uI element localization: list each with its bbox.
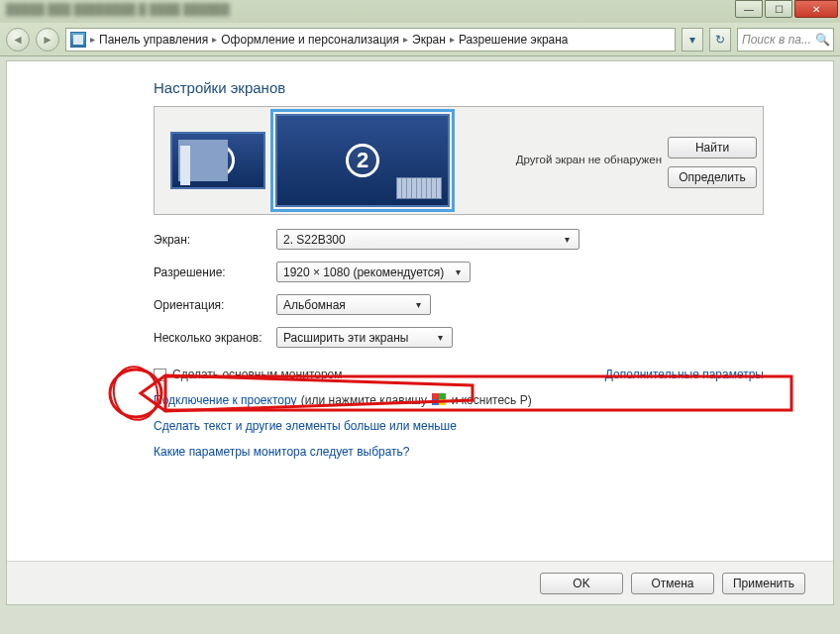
crumb-sep: ▸ <box>403 34 408 45</box>
forward-button[interactable]: ► <box>36 28 59 52</box>
text-size-link[interactable]: Сделать текст и другие элементы больше и… <box>154 419 457 433</box>
history-dropdown-button[interactable]: ▾ <box>682 28 703 52</box>
make-primary-label: Сделать основным монитором <box>172 368 343 381</box>
projector-hint-b: и коснитесь P) <box>448 393 531 407</box>
multiple-displays-value: Расширить эти экраны <box>283 331 408 345</box>
resolution-label: Разрешение: <box>154 265 276 279</box>
chevron-down-icon: ▾ <box>432 329 448 346</box>
chevron-down-icon: ▾ <box>559 231 575 248</box>
orientation-label: Ориентация: <box>154 298 276 312</box>
close-button[interactable]: ✕ <box>794 0 838 18</box>
make-primary-checkbox[interactable] <box>154 369 166 381</box>
chevron-down-icon: ▾ <box>410 296 426 313</box>
crumb-control-panel[interactable]: Панель управления <box>99 33 208 47</box>
crumb-sep: ▸ <box>90 34 95 45</box>
crumb-sep: ▸ <box>212 34 217 45</box>
screen-select[interactable]: 2. S22B300 ▾ <box>276 229 579 250</box>
monitor-2-number: 2 <box>346 144 379 177</box>
find-button[interactable]: Найти <box>668 137 757 158</box>
screen-label: Экран: <box>154 233 276 247</box>
crumb-sep: ▸ <box>450 34 455 45</box>
projector-row: Подключение к проектору (или нажмите кла… <box>154 393 764 407</box>
address-bar[interactable]: ▸ Панель управления ▸ Оформление и персо… <box>65 28 676 52</box>
minimize-button[interactable]: — <box>735 0 763 18</box>
page-title: Настройки экранов <box>154 79 764 96</box>
monitor-2-keyboard-art <box>396 177 442 199</box>
search-icon: 🔍 <box>815 33 829 47</box>
blurred-behind-text: █████ ███ ████████ █ ████ ██████ <box>6 3 230 15</box>
detect-button[interactable]: Определить <box>668 166 757 188</box>
refresh-button[interactable]: ↻ <box>709 28 731 52</box>
monitor-2[interactable]: 2 <box>275 114 450 207</box>
apply-button[interactable]: Применить <box>722 573 805 594</box>
dialog-footer: OK Отмена Применить <box>7 561 833 604</box>
windows-key-icon <box>432 393 446 405</box>
projector-hint-a: (или нажмите клавишу <box>298 393 431 407</box>
advanced-settings-link[interactable]: Дополнительные параметры <box>605 368 764 381</box>
display-preview: 1 2 Другой экран не обнаружен Найти Опре… <box>154 106 764 215</box>
resolution-select[interactable]: 1920 × 1080 (рекомендуется) ▾ <box>276 262 471 282</box>
search-input[interactable]: Поиск в па... 🔍 <box>737 28 834 52</box>
crumb-display[interactable]: Экран <box>412 33 446 47</box>
multiple-displays-label: Несколько экранов: <box>154 331 276 345</box>
back-button[interactable]: ◄ <box>6 28 30 52</box>
cancel-button[interactable]: Отмена <box>631 573 714 594</box>
content-panel: Настройки экранов 1 2 Другой экран не об… <box>6 60 834 605</box>
orientation-select[interactable]: Альбомная ▾ <box>276 294 431 315</box>
resolution-value: 1920 × 1080 (рекомендуется) <box>283 265 444 279</box>
search-placeholder: Поиск в па... <box>742 33 811 47</box>
connect-projector-link[interactable]: Подключение к проектору <box>154 393 297 407</box>
screen-value: 2. S22B300 <box>283 233 346 247</box>
monitor-1[interactable]: 1 <box>170 132 265 189</box>
ok-button[interactable]: OK <box>540 573 623 594</box>
monitor-1-desktop-art <box>178 140 228 181</box>
address-toolbar: ◄ ► ▸ Панель управления ▸ Оформление и п… <box>0 23 840 56</box>
maximize-button[interactable]: ☐ <box>765 0 792 18</box>
chevron-down-icon: ▾ <box>450 264 466 280</box>
which-params-link[interactable]: Какие параметры монитора следует выбрать… <box>154 445 410 459</box>
no-other-display-text: Другой экран не обнаружен <box>514 146 664 175</box>
crumb-resolution[interactable]: Разрешение экрана <box>459 33 569 47</box>
orientation-value: Альбомная <box>283 298 346 312</box>
control-panel-icon <box>70 32 86 48</box>
crumb-appearance[interactable]: Оформление и персонализация <box>221 33 399 47</box>
multiple-displays-select[interactable]: Расширить эти экраны ▾ <box>276 327 453 348</box>
monitors-area[interactable]: 1 2 <box>160 114 510 207</box>
